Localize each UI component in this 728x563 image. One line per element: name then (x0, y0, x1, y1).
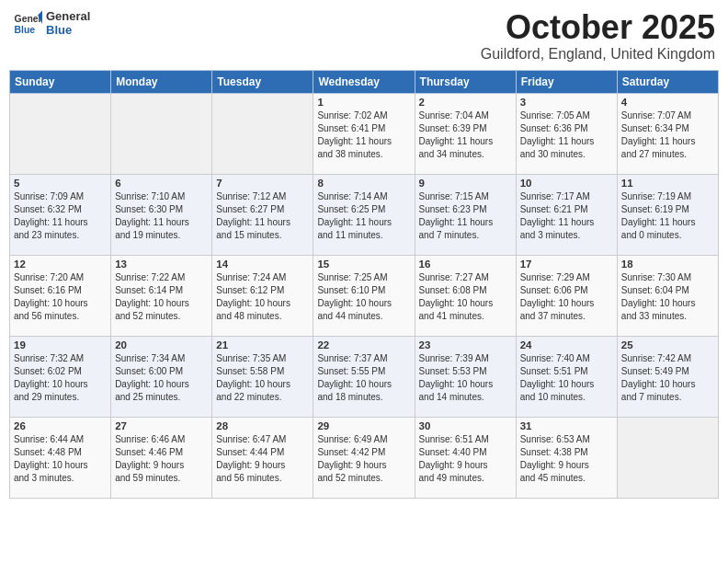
logo-icon: General Blue (13, 9, 42, 39)
weekday-header-wednesday: Wednesday (313, 70, 415, 93)
day-number: 9 (419, 178, 512, 189)
day-info: Sunrise: 7:15 AM Sunset: 6:23 PM Dayligh… (419, 190, 512, 242)
day-cell: 20Sunrise: 7:34 AM Sunset: 6:00 PM Dayli… (111, 336, 212, 417)
day-cell: 4Sunrise: 7:07 AM Sunset: 6:34 PM Daylig… (617, 93, 718, 174)
day-number: 22 (317, 339, 410, 350)
day-info: Sunrise: 7:20 AM Sunset: 6:16 PM Dayligh… (14, 271, 107, 323)
day-info: Sunrise: 7:30 AM Sunset: 6:04 PM Dayligh… (621, 271, 714, 323)
logo-blue: Blue (46, 24, 90, 38)
weekday-header-friday: Friday (516, 70, 617, 93)
weekday-header-monday: Monday (111, 70, 212, 93)
day-number: 25 (621, 339, 714, 350)
weekday-header-thursday: Thursday (415, 70, 516, 93)
weekday-header-row: SundayMondayTuesdayWednesdayThursdayFrid… (10, 70, 719, 93)
day-cell: 6Sunrise: 7:10 AM Sunset: 6:30 PM Daylig… (111, 174, 212, 255)
day-number: 12 (14, 259, 107, 270)
day-info: Sunrise: 7:07 AM Sunset: 6:34 PM Dayligh… (621, 109, 714, 161)
day-cell: 12Sunrise: 7:20 AM Sunset: 6:16 PM Dayli… (10, 255, 111, 336)
day-number: 5 (14, 178, 107, 189)
day-cell: 29Sunrise: 6:49 AM Sunset: 4:42 PM Dayli… (313, 417, 415, 498)
day-info: Sunrise: 6:49 AM Sunset: 4:42 PM Dayligh… (317, 433, 410, 485)
day-info: Sunrise: 6:46 AM Sunset: 4:46 PM Dayligh… (115, 433, 208, 485)
day-number: 27 (115, 420, 208, 431)
day-info: Sunrise: 7:37 AM Sunset: 5:55 PM Dayligh… (317, 352, 410, 404)
day-number: 29 (317, 420, 410, 431)
day-number: 13 (115, 259, 208, 270)
day-cell: 27Sunrise: 6:46 AM Sunset: 4:46 PM Dayli… (111, 417, 212, 498)
day-cell: 1Sunrise: 7:02 AM Sunset: 6:41 PM Daylig… (313, 93, 415, 174)
day-number: 20 (115, 339, 208, 350)
day-number: 1 (317, 97, 410, 108)
day-info: Sunrise: 7:25 AM Sunset: 6:10 PM Dayligh… (317, 271, 410, 323)
day-number: 24 (520, 339, 613, 350)
day-number: 11 (621, 178, 714, 189)
day-cell: 8Sunrise: 7:14 AM Sunset: 6:25 PM Daylig… (313, 174, 415, 255)
day-info: Sunrise: 7:34 AM Sunset: 6:00 PM Dayligh… (115, 352, 208, 404)
day-info: Sunrise: 7:10 AM Sunset: 6:30 PM Dayligh… (115, 190, 208, 242)
week-row-4: 19Sunrise: 7:32 AM Sunset: 6:02 PM Dayli… (10, 336, 719, 417)
day-cell: 30Sunrise: 6:51 AM Sunset: 4:40 PM Dayli… (415, 417, 516, 498)
day-info: Sunrise: 7:05 AM Sunset: 6:36 PM Dayligh… (520, 109, 613, 161)
week-row-3: 12Sunrise: 7:20 AM Sunset: 6:16 PM Dayli… (10, 255, 719, 336)
day-info: Sunrise: 7:17 AM Sunset: 6:21 PM Dayligh… (520, 190, 613, 242)
day-info: Sunrise: 7:19 AM Sunset: 6:19 PM Dayligh… (621, 190, 714, 242)
day-number: 6 (115, 178, 208, 189)
day-number: 17 (520, 259, 613, 270)
day-info: Sunrise: 7:27 AM Sunset: 6:08 PM Dayligh… (419, 271, 512, 323)
day-cell: 17Sunrise: 7:29 AM Sunset: 6:06 PM Dayli… (516, 255, 617, 336)
logo: General Blue General Blue (13, 9, 90, 39)
week-row-5: 26Sunrise: 6:44 AM Sunset: 4:48 PM Dayli… (10, 417, 719, 498)
day-number: 8 (317, 178, 410, 189)
day-number: 30 (419, 420, 512, 431)
day-info: Sunrise: 7:29 AM Sunset: 6:06 PM Dayligh… (520, 271, 613, 323)
day-info: Sunrise: 7:22 AM Sunset: 6:14 PM Dayligh… (115, 271, 208, 323)
day-cell: 11Sunrise: 7:19 AM Sunset: 6:19 PM Dayli… (617, 174, 718, 255)
day-number: 18 (621, 259, 714, 270)
month-title: October 2025 (481, 9, 715, 46)
day-number: 4 (621, 97, 714, 108)
day-info: Sunrise: 7:40 AM Sunset: 5:51 PM Dayligh… (520, 352, 613, 404)
day-cell: 7Sunrise: 7:12 AM Sunset: 6:27 PM Daylig… (212, 174, 313, 255)
page-header: General Blue General Blue October 2025 G… (9, 9, 719, 63)
week-row-2: 5Sunrise: 7:09 AM Sunset: 6:32 PM Daylig… (10, 174, 719, 255)
day-info: Sunrise: 7:12 AM Sunset: 6:27 PM Dayligh… (216, 190, 309, 242)
day-info: Sunrise: 7:24 AM Sunset: 6:12 PM Dayligh… (216, 271, 309, 323)
day-number: 21 (216, 339, 309, 350)
week-row-1: 1Sunrise: 7:02 AM Sunset: 6:41 PM Daylig… (10, 93, 719, 174)
day-info: Sunrise: 7:04 AM Sunset: 6:39 PM Dayligh… (419, 109, 512, 161)
day-info: Sunrise: 6:51 AM Sunset: 4:40 PM Dayligh… (419, 433, 512, 485)
day-cell: 22Sunrise: 7:37 AM Sunset: 5:55 PM Dayli… (313, 336, 415, 417)
day-cell: 19Sunrise: 7:32 AM Sunset: 6:02 PM Dayli… (10, 336, 111, 417)
day-cell: 15Sunrise: 7:25 AM Sunset: 6:10 PM Dayli… (313, 255, 415, 336)
day-cell: 13Sunrise: 7:22 AM Sunset: 6:14 PM Dayli… (111, 255, 212, 336)
day-cell: 28Sunrise: 6:47 AM Sunset: 4:44 PM Dayli… (212, 417, 313, 498)
day-cell: 25Sunrise: 7:42 AM Sunset: 5:49 PM Dayli… (617, 336, 718, 417)
weekday-header-sunday: Sunday (10, 70, 111, 93)
weekday-header-saturday: Saturday (617, 70, 718, 93)
day-number: 10 (520, 178, 613, 189)
day-number: 23 (419, 339, 512, 350)
day-cell: 5Sunrise: 7:09 AM Sunset: 6:32 PM Daylig… (10, 174, 111, 255)
day-cell: 16Sunrise: 7:27 AM Sunset: 6:08 PM Dayli… (415, 255, 516, 336)
svg-text:Blue: Blue (15, 25, 36, 35)
day-cell: 31Sunrise: 6:53 AM Sunset: 4:38 PM Dayli… (516, 417, 617, 498)
day-info: Sunrise: 6:44 AM Sunset: 4:48 PM Dayligh… (14, 433, 107, 485)
day-info: Sunrise: 6:47 AM Sunset: 4:44 PM Dayligh… (216, 433, 309, 485)
location: Guildford, England, United Kingdom (481, 46, 715, 63)
day-cell: 21Sunrise: 7:35 AM Sunset: 5:58 PM Dayli… (212, 336, 313, 417)
day-cell (10, 93, 111, 174)
day-cell: 3Sunrise: 7:05 AM Sunset: 6:36 PM Daylig… (516, 93, 617, 174)
day-number: 3 (520, 97, 613, 108)
day-cell: 24Sunrise: 7:40 AM Sunset: 5:51 PM Dayli… (516, 336, 617, 417)
day-cell (617, 417, 718, 498)
day-info: Sunrise: 7:42 AM Sunset: 5:49 PM Dayligh… (621, 352, 714, 404)
day-info: Sunrise: 7:09 AM Sunset: 6:32 PM Dayligh… (14, 190, 107, 242)
day-cell: 23Sunrise: 7:39 AM Sunset: 5:53 PM Dayli… (415, 336, 516, 417)
day-info: Sunrise: 6:53 AM Sunset: 4:38 PM Dayligh… (520, 433, 613, 485)
day-number: 19 (14, 339, 107, 350)
day-number: 26 (14, 420, 107, 431)
title-block: October 2025 Guildford, England, United … (481, 9, 715, 63)
weekday-header-tuesday: Tuesday (212, 70, 313, 93)
day-cell: 10Sunrise: 7:17 AM Sunset: 6:21 PM Dayli… (516, 174, 617, 255)
calendar-table: SundayMondayTuesdayWednesdayThursdayFrid… (9, 70, 719, 499)
